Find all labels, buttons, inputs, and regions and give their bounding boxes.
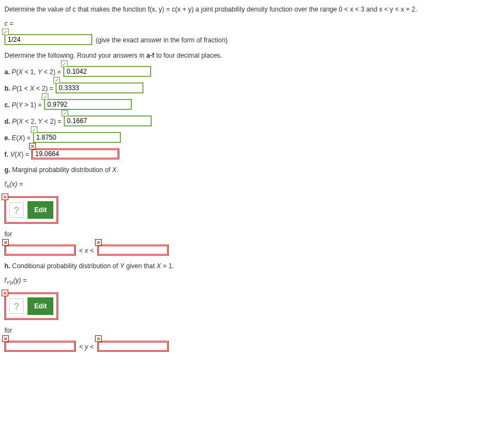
part-a-wrapper: ✓ (63, 66, 151, 77)
question-icon: ? (9, 202, 24, 218)
part-g-label: g. Marginal probability distribution of … (4, 165, 494, 175)
part-g-expression: ✕ ? Edit (4, 196, 58, 224)
part-h-range-text: < y < (79, 342, 94, 352)
c-input[interactable] (4, 34, 92, 45)
question-intro: Determine the value of c that makes the … (4, 4, 494, 14)
part-a-input[interactable] (63, 66, 151, 77)
cross-icon: ✕ (2, 335, 9, 342)
part-c-label: c. P(Y > 1) = (4, 100, 42, 110)
part-b-label: b. P(1 < X < 2) = (4, 84, 53, 93)
cross-icon: ✕ (2, 290, 8, 296)
part-h-upper-wrapper: ✕ (97, 341, 169, 352)
part-e-wrapper: ✓ (33, 132, 121, 143)
cross-icon: ✕ (95, 239, 102, 246)
part-h-for: for (4, 325, 494, 335)
check-icon: ✓ (62, 110, 68, 117)
part-g-upper-input[interactable] (97, 245, 169, 256)
part-c-wrapper: ✓ (44, 99, 132, 110)
c-input-wrapper: ✓ (4, 34, 92, 45)
part-g-range-text: < x < (79, 246, 94, 256)
part-f-wrapper: ✕ (31, 148, 119, 159)
cross-icon: ✕ (95, 335, 102, 342)
part-h-lower-wrapper: ✕ (4, 341, 76, 352)
edit-button[interactable]: Edit (27, 297, 53, 315)
part-d-input[interactable] (64, 115, 152, 126)
part-f-label: f. V(X) = (4, 150, 29, 159)
part-b-wrapper: ✓ (56, 82, 143, 93)
part-e-label: e. E(X) = (4, 133, 31, 143)
determine-text: Determine the following. Round your answ… (4, 51, 494, 60)
part-h-label: h. Conditional probability distribution … (4, 261, 494, 271)
part-g-lower-input[interactable] (4, 245, 76, 256)
edit-button[interactable]: Edit (27, 201, 53, 219)
check-icon: ✓ (2, 29, 9, 35)
check-icon: ✓ (61, 60, 68, 67)
cross-icon: ✕ (2, 239, 9, 246)
part-g-upper-wrapper: ✕ (97, 245, 169, 256)
part-b-input[interactable] (56, 82, 143, 93)
part-e-input[interactable] (33, 132, 121, 143)
part-d-label: d. P(X < 2, Y < 2) = (4, 117, 62, 126)
part-h-upper-input[interactable] (97, 341, 169, 352)
part-a-label: a. P(X < 1, Y < 2) = (4, 67, 61, 77)
part-h-lower-input[interactable] (4, 341, 76, 352)
part-g-func: fX(x) = (4, 179, 494, 191)
check-icon: ✓ (31, 126, 37, 133)
part-g-for: for (4, 229, 494, 239)
part-c-input[interactable] (44, 99, 132, 110)
part-h-func: fY|x(y) = (4, 275, 494, 287)
part-f-input[interactable] (31, 148, 119, 159)
part-h-expression: ✕ ? Edit (4, 292, 58, 320)
check-icon: ✓ (42, 93, 48, 100)
c-hint: (give the exact answer in the form of fr… (96, 35, 228, 45)
c-equals-label: c = (4, 19, 494, 29)
cross-icon: ✕ (29, 143, 36, 150)
cross-icon: ✕ (2, 193, 8, 200)
part-d-wrapper: ✓ (64, 115, 152, 126)
check-icon: ✓ (53, 77, 60, 84)
question-icon: ? (9, 298, 24, 314)
part-g-lower-wrapper: ✕ (4, 245, 76, 256)
